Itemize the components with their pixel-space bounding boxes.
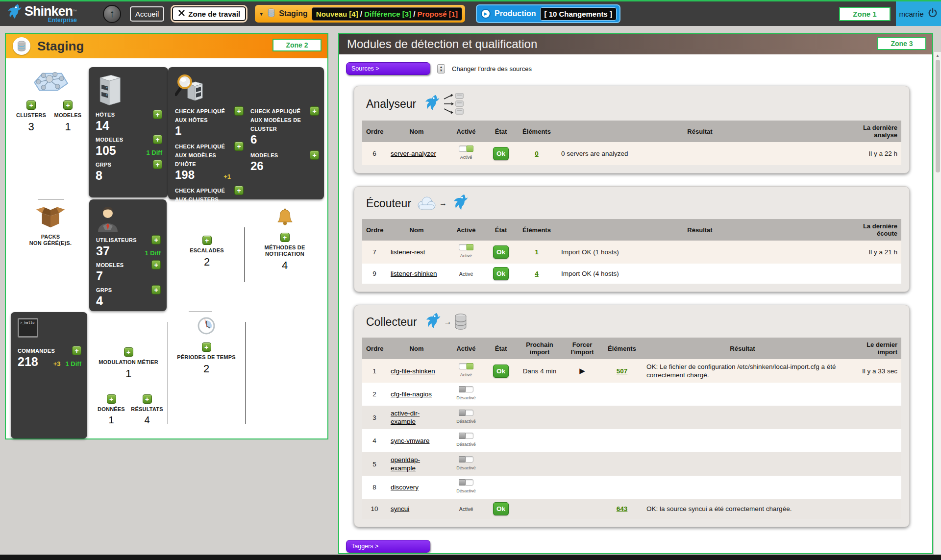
scroll-up-icon[interactable]: ▲: [934, 52, 941, 58]
check-clusters-count[interactable]: 1: [175, 203, 181, 217]
reorder-label[interactable]: Changer l'ordre des sources: [452, 65, 532, 73]
add-cluster-model-button[interactable]: +: [63, 100, 73, 110]
workzone-button[interactable]: Zone de travail: [172, 6, 246, 21]
users-count[interactable]: 37: [96, 244, 110, 258]
escalades-count[interactable]: 2: [204, 256, 210, 268]
modules-panel: Modules de détection et qualification Zo…: [338, 33, 933, 554]
add-host-group-button[interactable]: +: [153, 160, 162, 169]
elements-count-link[interactable]: 1: [535, 248, 539, 256]
module-name-link[interactable]: active-dir-example: [391, 410, 420, 425]
toggle-switch[interactable]: [459, 146, 473, 152]
sources-button[interactable]: Sources >: [346, 62, 430, 75]
add-notification-method-button[interactable]: +: [280, 233, 290, 242]
add-user-button[interactable]: +: [151, 235, 161, 244]
check-host-models-count[interactable]: 198: [175, 168, 195, 181]
module-name-link[interactable]: cfg-file-shinken: [391, 367, 435, 375]
add-result-button[interactable]: +: [143, 394, 152, 404]
notification-methods-count[interactable]: 4: [282, 259, 288, 272]
production-changes-count[interactable]: [ 10 Changements ]: [540, 7, 617, 21]
reorder-icon[interactable]: ▲▼: [437, 64, 445, 73]
user-models-count[interactable]: 7: [96, 269, 103, 283]
add-business-modulation-button[interactable]: +: [124, 347, 133, 357]
active-state-label: Activé: [459, 271, 473, 277]
diff-badge[interactable]: 1 Diff: [145, 249, 161, 257]
packs-tile[interactable]: PACKS NON GÉRÉ(E)S.: [20, 203, 81, 246]
add-time-period-button[interactable]: +: [202, 342, 211, 352]
add-check-host-button[interactable]: +: [234, 106, 244, 116]
module-name-link[interactable]: sync-vmware: [391, 437, 430, 444]
taggers-button[interactable]: Taggers >: [346, 540, 430, 553]
user-menu[interactable]: mcarrie: [896, 1, 941, 26]
staging-changes-summary[interactable]: Nouveau [4] / Différence [3] / Proposé […: [312, 7, 462, 21]
toggle-switch[interactable]: [459, 386, 473, 392]
diff-badge[interactable]: 1 Diff: [66, 360, 82, 367]
check-models-stat: MODELES + 26: [250, 150, 319, 172]
brand-logo[interactable]: Shinken™ Enterprise: [4, 3, 96, 24]
data-count[interactable]: 1: [108, 414, 114, 426]
module-name-link[interactable]: listener-shinken: [391, 270, 437, 277]
add-user-model-button[interactable]: +: [151, 260, 161, 269]
commands-count[interactable]: 218: [18, 355, 38, 368]
propose-count[interactable]: Proposé [1]: [418, 10, 458, 18]
module-name-link[interactable]: discovery: [391, 484, 419, 491]
zone-2-badge: Zone 2: [272, 39, 322, 51]
add-check-host-model-button[interactable]: +: [234, 142, 244, 151]
results-count[interactable]: 4: [144, 414, 149, 426]
module-name-link[interactable]: server-analyzer: [391, 150, 436, 157]
added-badge[interactable]: +1: [223, 173, 231, 180]
bell-icon: [277, 208, 293, 228]
add-check-cluster-model-button[interactable]: +: [310, 106, 319, 116]
host-groups-count[interactable]: 8: [96, 169, 102, 182]
scrollbar-thumb[interactable]: [936, 60, 940, 172]
diff-badge[interactable]: 1 Diff: [147, 149, 163, 156]
cluster-models-count[interactable]: 1: [65, 121, 71, 133]
sources-toolbar: Sources > ▲▼ Changer l'ordre des sources: [346, 62, 932, 75]
added-badge[interactable]: +3: [53, 360, 61, 367]
analyzer-icon: [421, 93, 466, 115]
elements-count-link[interactable]: 507: [617, 367, 628, 375]
force-import-button[interactable]: ▶: [579, 366, 585, 375]
user-groups-count[interactable]: 4: [96, 294, 103, 308]
toggle-switch[interactable]: [459, 363, 473, 369]
elements-count-link[interactable]: 4: [535, 270, 539, 277]
check-models-count[interactable]: 26: [250, 159, 264, 172]
chevron-down-icon[interactable]: ▼: [259, 11, 264, 17]
elements-count-link[interactable]: 0: [535, 150, 539, 157]
add-command-button[interactable]: +: [72, 346, 81, 355]
business-modulation-count[interactable]: 1: [125, 367, 131, 380]
status-ok-badge: Ok: [493, 147, 509, 160]
staging-selector[interactable]: ▼ Staging Nouveau [4] / Différence [3] /…: [255, 5, 465, 23]
add-user-group-button[interactable]: +: [151, 285, 161, 294]
hosts-count[interactable]: 14: [96, 119, 109, 132]
power-icon[interactable]: [927, 7, 938, 20]
toggle-switch[interactable]: [459, 479, 473, 486]
add-check-model-button[interactable]: +: [310, 150, 319, 160]
toggle-switch[interactable]: [459, 244, 473, 250]
clusters-count[interactable]: 3: [28, 121, 34, 133]
vertical-scrollbar[interactable]: ▲: [934, 52, 941, 560]
time-periods-count[interactable]: 2: [203, 363, 209, 375]
add-host-model-button[interactable]: +: [153, 135, 162, 144]
check-cluster-models-count[interactable]: 6: [250, 133, 257, 146]
add-data-button[interactable]: +: [107, 394, 116, 404]
module-name-link[interactable]: openldap-example: [391, 456, 420, 472]
home-button[interactable]: Accueil: [130, 6, 164, 22]
module-name-link[interactable]: listener-rest: [391, 248, 425, 256]
production-selector[interactable]: ▶ Production [ 10 Changements ]: [476, 4, 620, 23]
module-name-link[interactable]: syncui: [391, 505, 409, 512]
check-hosts-count[interactable]: 1: [175, 124, 181, 137]
add-host-button[interactable]: +: [153, 110, 162, 119]
add-cluster-button[interactable]: +: [26, 100, 36, 110]
nouveau-count[interactable]: Nouveau [4]: [316, 10, 358, 18]
difference-count[interactable]: Différence [3]: [364, 10, 411, 18]
add-escalade-button[interactable]: +: [202, 236, 212, 245]
host-models-count[interactable]: 105: [96, 144, 116, 157]
add-check-cluster-button[interactable]: +: [234, 186, 244, 195]
toggle-switch[interactable]: [459, 456, 473, 463]
scroll-top-button[interactable]: ↑: [103, 5, 121, 23]
elements-count-link[interactable]: 643: [617, 505, 628, 512]
toggle-switch[interactable]: [459, 433, 473, 439]
module-name-link[interactable]: cfg-file-nagios: [391, 390, 432, 398]
toggle-switch[interactable]: [459, 410, 473, 416]
table-row: 2cfg-file-nagiosDésactivé: [362, 383, 901, 406]
